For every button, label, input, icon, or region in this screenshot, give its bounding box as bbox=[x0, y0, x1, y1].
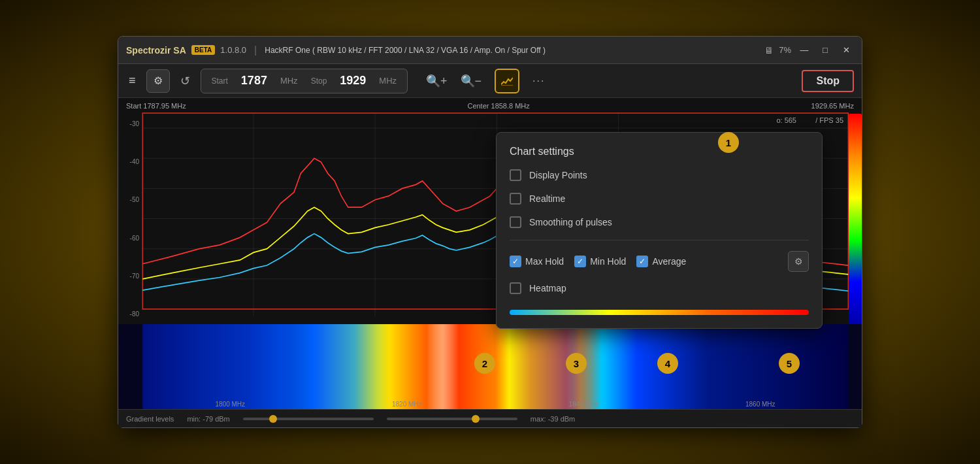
stop-freq-label: Stop bbox=[311, 76, 327, 86]
spectrum-center-label: Center 1858.8 MHz bbox=[467, 102, 529, 110]
callout-4: 4 bbox=[657, 353, 678, 374]
settings-button[interactable]: ⚙ bbox=[146, 69, 170, 93]
holds-settings-button[interactable]: ⚙ bbox=[788, 251, 809, 272]
beta-badge: BETA bbox=[191, 45, 215, 55]
cpu-percent: 7% bbox=[779, 45, 791, 55]
average-label: Average bbox=[652, 256, 686, 267]
svg-rect-17 bbox=[280, 324, 605, 409]
gradient-label: Gradient levels bbox=[126, 415, 174, 423]
min-dbm-label: min: -79 dBm bbox=[187, 415, 229, 423]
points-info: o: 565 bbox=[776, 116, 796, 124]
max-dbm-label: max: -39 dBm bbox=[531, 415, 575, 423]
stop-freq-unit: MHz bbox=[379, 76, 397, 86]
start-freq-label: Start bbox=[212, 76, 228, 86]
smoothing-checkbox[interactable] bbox=[510, 216, 521, 228]
colorbar bbox=[849, 114, 862, 324]
spectrum-end-label: 1929.65 MHz bbox=[811, 102, 854, 110]
zoom-out-button[interactable]: 🔍− bbox=[455, 71, 487, 91]
display-points-label: Display Points bbox=[529, 170, 587, 180]
realtime-checkbox[interactable] bbox=[510, 193, 521, 205]
minimize-button[interactable]: — bbox=[796, 42, 812, 58]
callout-5: 5 bbox=[779, 353, 800, 374]
zoom-controls: 🔍+ 🔍− bbox=[421, 71, 487, 91]
callout-2: 2 bbox=[474, 353, 495, 374]
bottom-bar: Gradient levels min: -79 dBm max: -39 dB… bbox=[118, 409, 862, 427]
start-freq-unit: MHz bbox=[280, 76, 298, 86]
display-points-checkbox[interactable] bbox=[510, 169, 521, 181]
zoom-in-button[interactable]: 🔍+ bbox=[421, 71, 453, 91]
heatmap-label: Heatmap bbox=[529, 283, 566, 293]
frequency-display: Start 1787 MHz Stop 1929 MHz bbox=[201, 69, 408, 93]
gear-icon: ⚙ bbox=[154, 75, 163, 87]
app-title: Spectrozir SA bbox=[126, 45, 186, 56]
panel-divider bbox=[510, 240, 809, 240]
average-checkbox[interactable]: ✓ bbox=[636, 256, 648, 267]
callout-1: 1 bbox=[718, 132, 739, 153]
panel-title: Chart settings bbox=[510, 146, 809, 157]
more-button[interactable]: ··· bbox=[527, 73, 550, 90]
titlebar-controls: 🖥 7% — □ ✕ bbox=[764, 42, 854, 58]
realtime-row: Realtime bbox=[510, 193, 809, 205]
smoothing-row: Smoothing of pulses bbox=[510, 216, 809, 228]
min-hold-label: Min Hold bbox=[590, 256, 626, 267]
spectrum-info-bar: Start 1787.95 MHz Center 1858.8 MHz 1929… bbox=[118, 102, 862, 110]
titlebar: Spectrozir SA BETA 1.0.8.0 | HackRF One … bbox=[118, 37, 862, 64]
heatmap-row: Heatmap bbox=[510, 282, 809, 294]
gradient-row bbox=[510, 305, 809, 315]
min-slider[interactable] bbox=[243, 418, 374, 420]
chart-icon bbox=[501, 76, 513, 86]
max-slider[interactable] bbox=[387, 418, 517, 420]
close-button[interactable]: ✕ bbox=[838, 42, 854, 58]
spectrum-start-label: Start 1787.95 MHz bbox=[126, 102, 186, 110]
start-freq-value: 1787 bbox=[241, 74, 267, 88]
chart-settings-panel: Chart settings Display Points Realtime S… bbox=[496, 132, 823, 329]
gradient-bar bbox=[510, 310, 809, 315]
max-hold-checkbox[interactable]: ✓ bbox=[510, 256, 521, 267]
toolbar: ≡ ⚙ ↺ Start 1787 MHz Stop 1929 MHz 🔍+ 🔍−… bbox=[118, 64, 862, 98]
stop-button[interactable]: Stop bbox=[802, 70, 854, 92]
realtime-label: Realtime bbox=[529, 193, 565, 204]
average-item: ✓ Average bbox=[636, 256, 686, 267]
title-separator: | bbox=[254, 44, 257, 56]
fps-info: / FPS 35 bbox=[815, 116, 843, 124]
main-content: Start 1787.95 MHz Center 1858.8 MHz 1929… bbox=[118, 98, 862, 427]
undo-button[interactable]: ↺ bbox=[178, 71, 193, 91]
cpu-icon: 🖥 bbox=[764, 45, 774, 56]
stop-freq-value: 1929 bbox=[340, 74, 366, 88]
device-info: HackRF One ( RBW 10 kHz / FFT 2000 / LNA… bbox=[265, 46, 546, 55]
display-points-row: Display Points bbox=[510, 169, 809, 181]
smoothing-label: Smoothing of pulses bbox=[529, 217, 612, 227]
app-version: 1.0.8.0 bbox=[220, 45, 246, 55]
menu-button[interactable]: ≡ bbox=[126, 71, 139, 90]
max-hold-item: ✓ Max Hold bbox=[510, 256, 564, 267]
callout-3: 3 bbox=[566, 353, 587, 374]
chart-settings-button[interactable] bbox=[495, 69, 519, 93]
heatmap-checkbox[interactable] bbox=[510, 282, 521, 294]
max-hold-label: Max Hold bbox=[525, 256, 564, 267]
min-hold-checkbox[interactable]: ✓ bbox=[574, 256, 586, 267]
maximize-button[interactable]: □ bbox=[817, 42, 833, 58]
min-hold-item: ✓ Min Hold bbox=[574, 256, 626, 267]
holds-row: ✓ Max Hold ✓ Min Hold ✓ Average ⚙ bbox=[510, 251, 809, 272]
